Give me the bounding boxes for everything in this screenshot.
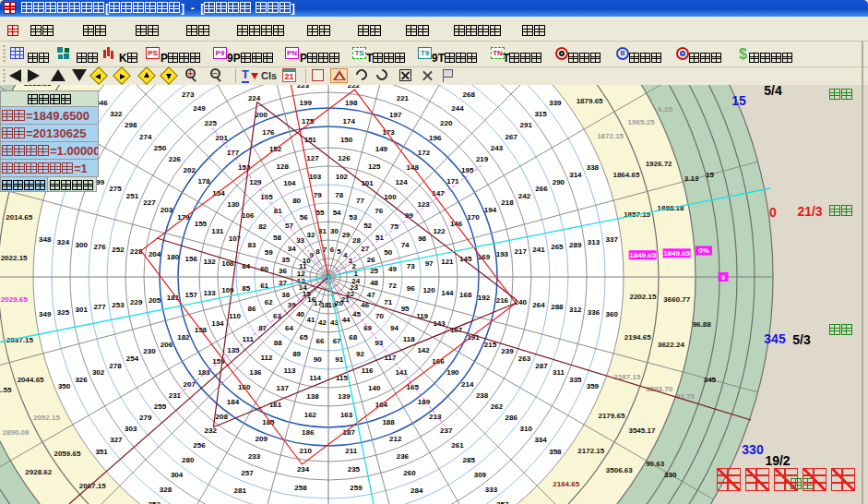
svg-text:236: 236 [397, 452, 410, 461]
svg-text:324: 324 [57, 238, 70, 246]
svg-text:244: 244 [451, 104, 464, 113]
svg-text:40: 40 [296, 310, 304, 318]
svg-text:92: 92 [356, 350, 364, 358]
svg-text:163: 163 [340, 411, 353, 419]
svg-text:2581.81: 2581.81 [24, 85, 51, 88]
svg-text:78: 78 [335, 191, 343, 199]
svg-text:252: 252 [112, 246, 125, 254]
svg-text:266: 266 [535, 185, 548, 193]
svg-text:1965.25: 1965.25 [628, 118, 655, 126]
svg-text:86: 86 [247, 305, 256, 313]
svg-text:168: 168 [459, 291, 472, 299]
svg-text:291: 291 [520, 121, 533, 129]
svg-text:2003.79: 2003.79 [605, 85, 632, 87]
svg-text:278: 278 [109, 362, 122, 370]
svg-text:209: 209 [256, 435, 268, 443]
svg-text:1849.65: 1849.65 [629, 251, 656, 259]
svg-text:330: 330 [664, 471, 677, 479]
svg-text:2172.15: 2172.15 [577, 447, 604, 455]
svg-text:359: 359 [587, 382, 600, 390]
svg-text:239: 239 [501, 347, 514, 355]
svg-text:197: 197 [389, 111, 402, 119]
svg-text:237: 237 [440, 426, 453, 435]
svg-text:113: 113 [283, 366, 295, 375]
svg-text:194: 194 [484, 206, 497, 214]
svg-text:142: 142 [417, 346, 430, 354]
svg-text:286: 286 [505, 414, 518, 422]
svg-text:53: 53 [349, 213, 357, 222]
svg-text:90.63: 90.63 [646, 460, 665, 468]
svg-text:351: 351 [95, 448, 108, 456]
svg-text:48: 48 [370, 279, 378, 287]
svg-text:29: 29 [342, 231, 351, 239]
svg-text:214: 214 [461, 380, 474, 389]
svg-text:68: 68 [349, 333, 357, 342]
svg-text:50: 50 [384, 248, 392, 257]
svg-text:213: 213 [429, 413, 442, 421]
svg-text:303: 303 [125, 425, 137, 433]
svg-text:176: 176 [262, 128, 275, 137]
svg-text:218: 218 [501, 198, 514, 207]
svg-text:178: 178 [197, 177, 210, 186]
svg-text:170: 170 [467, 213, 480, 222]
svg-text:330: 330 [742, 442, 764, 457]
svg-text:206: 206 [161, 341, 173, 349]
svg-text:312: 312 [569, 306, 582, 314]
svg-text:227: 227 [143, 198, 156, 207]
svg-text:171: 171 [446, 177, 459, 186]
svg-text:186: 186 [302, 428, 315, 437]
svg-text:233: 233 [248, 452, 261, 461]
svg-text:254: 254 [126, 354, 139, 363]
svg-text:96: 96 [407, 284, 415, 293]
svg-text:95: 95 [401, 305, 410, 313]
svg-text:249: 249 [193, 104, 206, 113]
svg-text:172: 172 [418, 149, 431, 157]
svg-text:336: 336 [588, 308, 600, 317]
svg-text:288: 288 [551, 303, 564, 311]
svg-text:129: 129 [249, 178, 262, 186]
svg-text:212: 212 [389, 435, 402, 443]
svg-text:32: 32 [306, 231, 315, 239]
svg-text:2194.65: 2194.65 [624, 333, 651, 342]
svg-text:136: 136 [249, 368, 262, 377]
svg-text:179: 179 [177, 213, 190, 222]
svg-text:1849.65: 1849.65 [663, 249, 690, 258]
svg-text:161: 161 [269, 401, 282, 409]
svg-text:181: 181 [167, 294, 180, 302]
svg-text:268: 268 [463, 90, 476, 99]
svg-text:357: 357 [496, 500, 509, 504]
svg-text:284: 284 [410, 486, 423, 495]
svg-text:225: 225 [205, 119, 218, 127]
svg-text:241: 241 [532, 246, 545, 254]
svg-text:88: 88 [274, 339, 282, 347]
svg-text:65: 65 [300, 333, 308, 342]
svg-text:264: 264 [532, 301, 545, 309]
svg-text:0%: 0% [698, 246, 709, 255]
svg-text:75: 75 [390, 222, 398, 231]
svg-text:277: 277 [93, 303, 106, 311]
svg-text:2928.62: 2928.62 [25, 468, 52, 476]
svg-text:287: 287 [535, 362, 548, 370]
svg-text:100: 100 [384, 193, 397, 201]
svg-text:180: 180 [167, 253, 180, 261]
svg-text:57: 57 [285, 222, 293, 230]
svg-text:28: 28 [352, 236, 361, 245]
svg-text:131: 131 [211, 227, 224, 235]
svg-text:258: 258 [294, 484, 307, 492]
svg-text:256: 256 [193, 441, 206, 450]
svg-text:3506.63: 3506.63 [606, 466, 633, 474]
svg-text:196: 196 [429, 134, 442, 142]
svg-text:3660.77: 3660.77 [663, 295, 690, 304]
svg-text:228: 228 [130, 247, 143, 256]
svg-text:134: 134 [211, 319, 224, 328]
svg-text:304: 304 [171, 471, 184, 479]
svg-text:285: 285 [463, 456, 476, 464]
svg-text:139: 139 [338, 392, 351, 401]
svg-text:217: 217 [515, 247, 528, 256]
svg-text:132: 132 [203, 258, 216, 266]
svg-text:2059.65: 2059.65 [54, 450, 80, 458]
svg-text:327: 327 [110, 436, 123, 444]
svg-text:345: 345 [704, 376, 717, 384]
svg-text:145: 145 [459, 255, 472, 263]
svg-text:232: 232 [205, 426, 218, 435]
